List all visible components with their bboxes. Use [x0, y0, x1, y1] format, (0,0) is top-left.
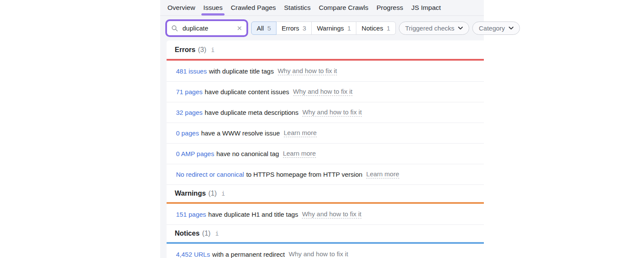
issue-help-link[interactable]: Learn more [284, 129, 317, 137]
section-count: (1) [208, 190, 217, 197]
segment-label: Errors [282, 25, 299, 32]
search-icon [171, 25, 178, 32]
issue-description: have duplicate H1 and title tags [208, 211, 298, 218]
segment-count: 1 [386, 25, 390, 32]
issue-count-link[interactable]: No redirect or canonical [176, 171, 244, 178]
segment-count: 3 [303, 25, 306, 32]
issue-description: have duplicate content issues [205, 88, 289, 95]
issue-help-link[interactable]: Learn more [366, 170, 399, 178]
issue-row: No redirect or canonicalto HTTPS homepag… [167, 164, 484, 184]
issue-row: 71 pageshave duplicate content issuesWhy… [167, 81, 484, 102]
tab-js-impact[interactable]: JS Impact [410, 0, 442, 15]
tab-statistics[interactable]: Statistics [283, 0, 312, 15]
section-warnings: Warnings(1)i151 pageshave duplicate H1 a… [167, 184, 484, 224]
section-header: Notices(1)i [167, 225, 484, 242]
triggered-checks-label: Triggered checks [405, 25, 455, 32]
info-icon[interactable]: i [222, 190, 225, 197]
segment-count: 1 [347, 25, 351, 32]
issue-help-link[interactable]: Why and how to fix it [302, 108, 361, 117]
issue-count-link[interactable]: 481 issues [176, 68, 207, 75]
issue-row: 4,452 URLswith a permanent redirectWhy a… [167, 244, 484, 258]
section-title: Notices [175, 230, 200, 237]
search-box[interactable]: ✕ [165, 19, 248, 37]
issue-count-link[interactable]: 151 pages [176, 211, 206, 218]
issue-help-link[interactable]: Learn more [283, 150, 316, 158]
issue-count-link[interactable]: 4,452 URLs [176, 251, 210, 258]
triggered-checks-dropdown[interactable]: Triggered checks [399, 22, 470, 35]
tab-overview[interactable]: Overview [167, 0, 196, 15]
segment-count: 5 [267, 25, 271, 32]
issue-row: 481 issueswith duplicate title tagsWhy a… [167, 61, 484, 81]
tab-crawled-pages[interactable]: Crawled Pages [230, 0, 276, 15]
section-title: Errors [175, 46, 195, 54]
issue-description: to HTTPS homepage from HTTP version [246, 171, 362, 178]
section-header: Warnings(1)i [167, 185, 484, 202]
segment-errors[interactable]: Errors3 [276, 22, 312, 35]
issue-description: with a permanent redirect [212, 251, 285, 258]
category-dropdown[interactable]: Category [472, 22, 520, 35]
issue-count-link[interactable]: 32 pages [176, 109, 203, 116]
issue-description: have no canonical tag [216, 150, 279, 157]
segment-label: Warnings [317, 25, 344, 32]
chevron-down-icon [509, 27, 513, 30]
issue-help-link[interactable]: Why and how to fix it [278, 67, 337, 75]
filter-bar: ✕ All5Errors3Warnings1Notices1 Triggered… [160, 16, 484, 40]
section-rows: 481 issueswith duplicate title tagsWhy a… [167, 61, 484, 184]
section-errors: Errors(3)i481 issueswith duplicate title… [167, 40, 484, 184]
issue-help-link[interactable]: Why and how to fix it [302, 210, 361, 218]
segment-all[interactable]: All5 [251, 22, 276, 35]
issue-description: have a WWW resolve issue [201, 129, 279, 137]
section-header: Errors(3)i [167, 40, 484, 59]
tab-compare-crawls[interactable]: Compare Crawls [318, 0, 369, 15]
section-notices: Notices(1)i4,452 URLswith a permanent re… [167, 224, 484, 258]
site-audit-panel: OverviewIssuesCrawled PagesStatisticsCom… [160, 0, 484, 258]
tab-issues[interactable]: Issues [203, 0, 224, 15]
severity-segments: All5Errors3Warnings1Notices1 [251, 22, 396, 35]
issue-count-link[interactable]: 71 pages [176, 88, 203, 95]
section-count: (1) [202, 230, 211, 237]
section-count: (3) [198, 46, 207, 54]
issue-row: 0 pageshave a WWW resolve issueLearn mor… [167, 123, 484, 143]
issue-row: 151 pageshave duplicate H1 and title tag… [167, 204, 484, 224]
section-rows: 151 pageshave duplicate H1 and title tag… [167, 204, 484, 224]
section-title: Warnings [175, 190, 206, 197]
clear-search-icon[interactable]: ✕ [237, 25, 242, 31]
issue-count-link[interactable]: 0 AMP pages [176, 150, 214, 157]
tab-progress[interactable]: Progress [376, 0, 404, 15]
search-input[interactable] [182, 24, 233, 32]
issues-list: Errors(3)i481 issueswith duplicate title… [167, 40, 484, 258]
issue-row: 32 pageshave duplicate meta descriptions… [167, 102, 484, 123]
issue-description: with duplicate title tags [209, 68, 274, 75]
segment-notices[interactable]: Notices1 [356, 22, 395, 35]
section-rows: 4,452 URLswith a permanent redirectWhy a… [167, 244, 484, 258]
issue-help-link[interactable]: Why and how to fix it [293, 88, 352, 96]
top-nav: OverviewIssuesCrawled PagesStatisticsCom… [160, 0, 484, 16]
issue-count-link[interactable]: 0 pages [176, 129, 199, 137]
info-icon[interactable]: i [215, 230, 219, 237]
segment-label: Notices [361, 25, 383, 32]
category-label: Category [479, 25, 505, 32]
segment-warnings[interactable]: Warnings1 [311, 22, 356, 35]
issue-row: 0 AMP pageshave no canonical tagLearn mo… [167, 143, 484, 164]
issue-description: have duplicate meta descriptions [205, 109, 298, 116]
chevron-down-icon [458, 27, 463, 30]
segment-label: All [257, 25, 264, 32]
issue-help-link[interactable]: Why and how to fix it [289, 250, 348, 258]
info-icon[interactable]: i [211, 46, 215, 53]
